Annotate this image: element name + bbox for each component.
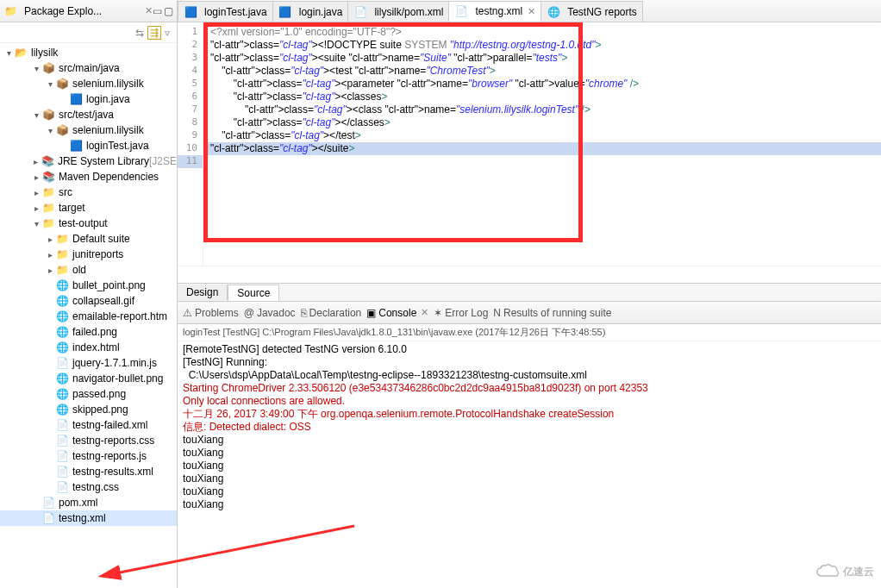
code-line[interactable]: "cl-attr">class="cl-tag"><classes> xyxy=(203,91,881,103)
tree-item[interactable]: 🌐skipped.png xyxy=(0,402,177,417)
view-tab[interactable]: @Javadoc xyxy=(244,307,296,319)
maximize-icon[interactable]: ▢ xyxy=(164,5,173,17)
folder-icon: 📁 xyxy=(41,201,55,215)
link-editor-icon[interactable]: ⇶ xyxy=(147,26,161,40)
design-tab[interactable]: Design xyxy=(178,285,228,300)
tree-item[interactable]: ▸📚JRE System Library [J2SE xyxy=(0,153,177,169)
code-line[interactable]: "cl-attr">class="cl-tag"></classes> xyxy=(203,116,881,129)
pkg-icon: 📦 xyxy=(41,61,55,75)
expander-icon[interactable]: ▾ xyxy=(31,110,41,120)
code-line[interactable]: "cl-attr">class="cl-tag"><class "cl-attr… xyxy=(203,103,881,116)
editor-tab[interactable]: 🟦loginTest.java xyxy=(178,1,273,22)
folder-icon: 📁 xyxy=(41,216,55,230)
tree-item[interactable]: 🟦login.java xyxy=(0,91,177,107)
tree-item[interactable]: 📄jquery-1.7.1.min.js xyxy=(0,355,177,371)
tree-item[interactable]: 🟦loginTest.java xyxy=(0,138,177,153)
folder-icon: 📁 xyxy=(41,185,55,199)
editor-tab[interactable]: 📄testng.xml✕ xyxy=(448,1,541,22)
tree-item-label: src/main/java xyxy=(59,62,120,74)
expander-icon[interactable]: ▾ xyxy=(3,48,14,58)
java-icon: 🟦 xyxy=(278,5,292,19)
expander-icon[interactable]: ▸ xyxy=(45,250,55,260)
tree-item-label: passed.png xyxy=(72,388,126,400)
tree-item-label: pom.xml xyxy=(59,497,97,509)
png-icon: 🌐 xyxy=(55,387,69,401)
main-area: 🟦loginTest.java🟦login.java📄lilysilk/pom.… xyxy=(178,0,881,588)
tree-item[interactable]: 🌐passed.png xyxy=(0,386,177,402)
tree-item[interactable]: ▸📁target xyxy=(0,200,177,216)
view-tab[interactable]: ✶Error Log xyxy=(434,307,488,319)
tree-item[interactable]: ▾📦selenium.lilysilk xyxy=(0,122,177,138)
source-tab[interactable]: Source xyxy=(228,285,279,301)
java-icon: 🟦 xyxy=(69,92,83,106)
expander-icon[interactable]: ▸ xyxy=(45,266,55,275)
view-tab[interactable]: ▣Console✕ xyxy=(366,307,428,319)
expander-icon[interactable]: ▾ xyxy=(31,219,41,228)
view-tab[interactable]: ⎘Declaration xyxy=(301,307,362,319)
expander-icon[interactable]: ▸ xyxy=(45,235,55,244)
tree-item[interactable]: 🌐bullet_point.png xyxy=(0,278,177,293)
code-area[interactable]: <?xml version="1.0" encoding="UTF-8"?>"c… xyxy=(203,22,881,266)
console-output[interactable]: [RemoteTestNG] detected TestNG version 6… xyxy=(178,341,881,588)
project-label: lilysilk xyxy=(31,47,58,59)
tab-label: login.java xyxy=(299,6,343,18)
tree-item[interactable]: ▸📁old xyxy=(0,262,177,278)
console-line: touXiang xyxy=(183,472,876,485)
expander-icon[interactable]: ▸ xyxy=(31,157,41,166)
console-line: touXiang xyxy=(183,460,876,472)
tree-item-label: emailable-report.htm xyxy=(72,310,167,322)
expander-icon[interactable]: ▾ xyxy=(31,64,41,73)
view-menu-icon[interactable]: ▿ xyxy=(165,27,170,39)
project-root[interactable]: ▾ 📂 lilysilk xyxy=(0,45,177,60)
code-line[interactable]: "cl-attr">class="cl-tag"><!DOCTYPE suite… xyxy=(203,39,881,52)
editor-tab[interactable]: 🌐TestNG reports xyxy=(540,1,643,22)
collapse-all-icon[interactable]: ⇆ xyxy=(135,27,144,39)
close-icon[interactable]: ✕ xyxy=(145,5,153,16)
expander-icon[interactable]: ▸ xyxy=(31,172,41,182)
tree-item[interactable]: ▸📁Default suite xyxy=(0,231,177,247)
tree-item[interactable]: 📄testng-reports.js xyxy=(0,448,177,464)
code-line[interactable]: "cl-attr">class="cl-tag"><suite "cl-attr… xyxy=(203,52,881,65)
tree-item[interactable]: 🌐failed.png xyxy=(0,324,177,340)
tree-item[interactable]: ▸📁src xyxy=(0,185,177,200)
tree-item[interactable]: 📄testng-results.xml xyxy=(0,464,177,479)
tree-item-label: testng-reports.css xyxy=(72,435,154,447)
expander-icon[interactable]: ▸ xyxy=(31,203,41,213)
editor-tabs: 🟦loginTest.java🟦login.java📄lilysilk/pom.… xyxy=(178,0,881,22)
editor-tab[interactable]: 🟦login.java xyxy=(272,1,349,22)
tree-item[interactable]: ▾📦src/main/java xyxy=(0,60,177,76)
view-tab[interactable]: NResults of running suite xyxy=(493,307,611,319)
tree-item[interactable]: 🌐emailable-report.htm xyxy=(0,309,177,324)
minimize-icon[interactable]: ▭ xyxy=(153,5,162,17)
code-line[interactable]: "cl-attr">class="cl-tag"></test> xyxy=(203,129,881,142)
tree-item-label: test-output xyxy=(59,217,108,229)
expander-icon[interactable]: ▾ xyxy=(45,79,55,89)
close-icon[interactable]: ✕ xyxy=(421,307,428,318)
tree-item-label: index.html xyxy=(72,341,120,353)
expander-icon[interactable]: ▸ xyxy=(31,188,41,197)
tree-item[interactable]: ▾📦src/test/java xyxy=(0,107,177,122)
tree-item[interactable]: 📄testng.xml xyxy=(0,510,177,526)
tree-item[interactable]: ▾📦selenium.lilysilk xyxy=(0,76,177,91)
code-line[interactable]: "cl-attr">class="cl-tag"><test "cl-attr"… xyxy=(203,65,881,78)
tree-item[interactable]: 📄testng.css xyxy=(0,479,177,495)
code-line[interactable]: <?xml version="1.0" encoding="UTF-8"?> xyxy=(203,26,881,39)
tree-item[interactable]: ▸📚Maven Dependencies xyxy=(0,169,177,185)
tree-item[interactable]: 🌐navigator-bullet.png xyxy=(0,371,177,386)
tree-item[interactable]: 🌐collapseall.gif xyxy=(0,293,177,309)
code-line[interactable]: "cl-attr">class="cl-tag"><parameter "cl-… xyxy=(203,78,881,91)
close-icon[interactable]: ✕ xyxy=(528,6,535,17)
tree-item[interactable]: ▸📁junitreports xyxy=(0,247,177,262)
tree-item[interactable]: 📄testng-failed.xml xyxy=(0,417,177,433)
expander-icon[interactable]: ▾ xyxy=(45,126,55,135)
tree-item[interactable]: ▾📁test-output xyxy=(0,216,177,231)
editor-tab[interactable]: 📄lilysilk/pom.xml xyxy=(347,1,449,22)
tree-item[interactable]: 📄testng-reports.css xyxy=(0,433,177,448)
tree-item[interactable]: 📄pom.xml xyxy=(0,495,177,510)
png-icon: 🌐 xyxy=(55,325,69,339)
project-tree[interactable]: ▾ 📂 lilysilk ▾📦src/main/java▾📦selenium.l… xyxy=(0,43,177,588)
folder-icon: 📁 xyxy=(3,4,17,18)
view-tab[interactable]: ⚠Problems xyxy=(183,307,239,319)
code-line[interactable]: "cl-attr">class="cl-tag"></suite> xyxy=(203,142,881,155)
tree-item[interactable]: 🌐index.html xyxy=(0,340,177,355)
